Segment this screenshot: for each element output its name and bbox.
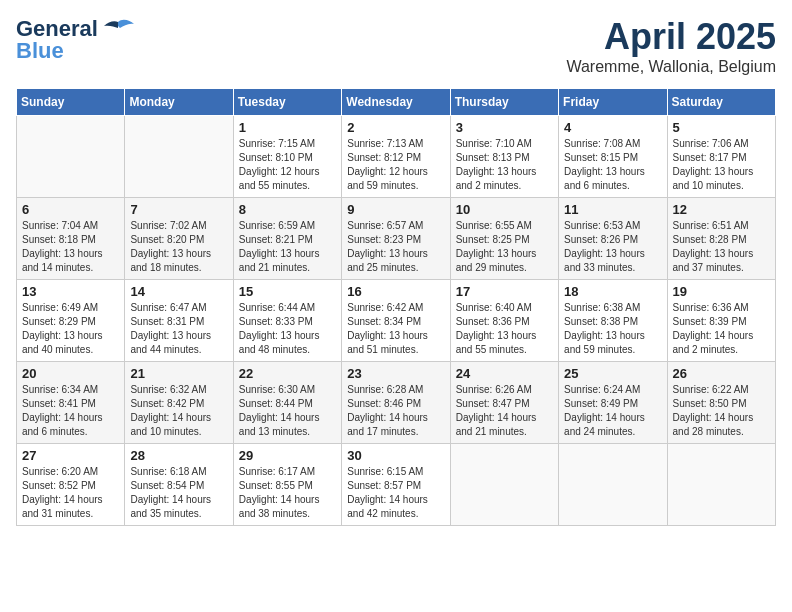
day-number: 3 xyxy=(456,120,553,135)
day-number: 25 xyxy=(564,366,661,381)
cell-1-0: 6Sunrise: 7:04 AMSunset: 8:18 PMDaylight… xyxy=(17,198,125,280)
cell-1-2: 8Sunrise: 6:59 AMSunset: 8:21 PMDaylight… xyxy=(233,198,341,280)
day-number: 5 xyxy=(673,120,770,135)
day-info: Sunrise: 6:53 AMSunset: 8:26 PMDaylight:… xyxy=(564,219,661,275)
day-info: Sunrise: 7:10 AMSunset: 8:13 PMDaylight:… xyxy=(456,137,553,193)
cell-4-6 xyxy=(667,444,775,526)
calendar-header-row: Sunday Monday Tuesday Wednesday Thursday… xyxy=(17,89,776,116)
cell-1-1: 7Sunrise: 7:02 AMSunset: 8:20 PMDaylight… xyxy=(125,198,233,280)
logo-blue: Blue xyxy=(16,38,64,64)
cell-2-5: 18Sunrise: 6:38 AMSunset: 8:38 PMDayligh… xyxy=(559,280,667,362)
week-row-2: 6Sunrise: 7:04 AMSunset: 8:18 PMDaylight… xyxy=(17,198,776,280)
cell-3-5: 25Sunrise: 6:24 AMSunset: 8:49 PMDayligh… xyxy=(559,362,667,444)
day-info: Sunrise: 6:44 AMSunset: 8:33 PMDaylight:… xyxy=(239,301,336,357)
cell-2-0: 13Sunrise: 6:49 AMSunset: 8:29 PMDayligh… xyxy=(17,280,125,362)
day-number: 14 xyxy=(130,284,227,299)
day-info: Sunrise: 7:06 AMSunset: 8:17 PMDaylight:… xyxy=(673,137,770,193)
day-number: 29 xyxy=(239,448,336,463)
subtitle: Waremme, Wallonia, Belgium xyxy=(566,58,776,76)
cell-4-5 xyxy=(559,444,667,526)
day-number: 26 xyxy=(673,366,770,381)
cell-3-6: 26Sunrise: 6:22 AMSunset: 8:50 PMDayligh… xyxy=(667,362,775,444)
col-thursday: Thursday xyxy=(450,89,558,116)
day-number: 21 xyxy=(130,366,227,381)
day-info: Sunrise: 6:22 AMSunset: 8:50 PMDaylight:… xyxy=(673,383,770,439)
col-saturday: Saturday xyxy=(667,89,775,116)
week-row-1: 1Sunrise: 7:15 AMSunset: 8:10 PMDaylight… xyxy=(17,116,776,198)
col-tuesday: Tuesday xyxy=(233,89,341,116)
day-info: Sunrise: 6:17 AMSunset: 8:55 PMDaylight:… xyxy=(239,465,336,521)
day-number: 11 xyxy=(564,202,661,217)
day-info: Sunrise: 6:59 AMSunset: 8:21 PMDaylight:… xyxy=(239,219,336,275)
cell-4-4 xyxy=(450,444,558,526)
cell-3-3: 23Sunrise: 6:28 AMSunset: 8:46 PMDayligh… xyxy=(342,362,450,444)
day-info: Sunrise: 6:20 AMSunset: 8:52 PMDaylight:… xyxy=(22,465,119,521)
day-info: Sunrise: 6:57 AMSunset: 8:23 PMDaylight:… xyxy=(347,219,444,275)
week-row-4: 20Sunrise: 6:34 AMSunset: 8:41 PMDayligh… xyxy=(17,362,776,444)
day-info: Sunrise: 6:18 AMSunset: 8:54 PMDaylight:… xyxy=(130,465,227,521)
day-number: 17 xyxy=(456,284,553,299)
day-number: 22 xyxy=(239,366,336,381)
cell-0-5: 4Sunrise: 7:08 AMSunset: 8:15 PMDaylight… xyxy=(559,116,667,198)
day-number: 15 xyxy=(239,284,336,299)
cell-1-4: 10Sunrise: 6:55 AMSunset: 8:25 PMDayligh… xyxy=(450,198,558,280)
day-number: 28 xyxy=(130,448,227,463)
day-info: Sunrise: 6:24 AMSunset: 8:49 PMDaylight:… xyxy=(564,383,661,439)
day-number: 16 xyxy=(347,284,444,299)
logo: General Blue xyxy=(16,16,136,64)
col-friday: Friday xyxy=(559,89,667,116)
day-info: Sunrise: 7:13 AMSunset: 8:12 PMDaylight:… xyxy=(347,137,444,193)
cell-0-4: 3Sunrise: 7:10 AMSunset: 8:13 PMDaylight… xyxy=(450,116,558,198)
day-number: 2 xyxy=(347,120,444,135)
cell-0-2: 1Sunrise: 7:15 AMSunset: 8:10 PMDaylight… xyxy=(233,116,341,198)
day-number: 13 xyxy=(22,284,119,299)
day-number: 18 xyxy=(564,284,661,299)
cell-3-1: 21Sunrise: 6:32 AMSunset: 8:42 PMDayligh… xyxy=(125,362,233,444)
day-number: 24 xyxy=(456,366,553,381)
day-info: Sunrise: 6:30 AMSunset: 8:44 PMDaylight:… xyxy=(239,383,336,439)
day-info: Sunrise: 6:51 AMSunset: 8:28 PMDaylight:… xyxy=(673,219,770,275)
cell-0-1 xyxy=(125,116,233,198)
title-section: April 2025 Waremme, Wallonia, Belgium xyxy=(566,16,776,76)
day-info: Sunrise: 7:02 AMSunset: 8:20 PMDaylight:… xyxy=(130,219,227,275)
cell-2-6: 19Sunrise: 6:36 AMSunset: 8:39 PMDayligh… xyxy=(667,280,775,362)
day-info: Sunrise: 7:15 AMSunset: 8:10 PMDaylight:… xyxy=(239,137,336,193)
day-number: 1 xyxy=(239,120,336,135)
week-row-5: 27Sunrise: 6:20 AMSunset: 8:52 PMDayligh… xyxy=(17,444,776,526)
cell-0-3: 2Sunrise: 7:13 AMSunset: 8:12 PMDaylight… xyxy=(342,116,450,198)
day-number: 12 xyxy=(673,202,770,217)
day-info: Sunrise: 6:26 AMSunset: 8:47 PMDaylight:… xyxy=(456,383,553,439)
day-info: Sunrise: 6:36 AMSunset: 8:39 PMDaylight:… xyxy=(673,301,770,357)
cell-4-2: 29Sunrise: 6:17 AMSunset: 8:55 PMDayligh… xyxy=(233,444,341,526)
day-info: Sunrise: 7:04 AMSunset: 8:18 PMDaylight:… xyxy=(22,219,119,275)
day-number: 8 xyxy=(239,202,336,217)
day-info: Sunrise: 6:47 AMSunset: 8:31 PMDaylight:… xyxy=(130,301,227,357)
cell-4-3: 30Sunrise: 6:15 AMSunset: 8:57 PMDayligh… xyxy=(342,444,450,526)
col-sunday: Sunday xyxy=(17,89,125,116)
col-wednesday: Wednesday xyxy=(342,89,450,116)
day-number: 27 xyxy=(22,448,119,463)
day-info: Sunrise: 6:15 AMSunset: 8:57 PMDaylight:… xyxy=(347,465,444,521)
cell-2-4: 17Sunrise: 6:40 AMSunset: 8:36 PMDayligh… xyxy=(450,280,558,362)
cell-4-1: 28Sunrise: 6:18 AMSunset: 8:54 PMDayligh… xyxy=(125,444,233,526)
day-number: 19 xyxy=(673,284,770,299)
week-row-3: 13Sunrise: 6:49 AMSunset: 8:29 PMDayligh… xyxy=(17,280,776,362)
cell-2-1: 14Sunrise: 6:47 AMSunset: 8:31 PMDayligh… xyxy=(125,280,233,362)
cell-3-2: 22Sunrise: 6:30 AMSunset: 8:44 PMDayligh… xyxy=(233,362,341,444)
cell-2-3: 16Sunrise: 6:42 AMSunset: 8:34 PMDayligh… xyxy=(342,280,450,362)
cell-1-6: 12Sunrise: 6:51 AMSunset: 8:28 PMDayligh… xyxy=(667,198,775,280)
day-number: 6 xyxy=(22,202,119,217)
day-info: Sunrise: 6:28 AMSunset: 8:46 PMDaylight:… xyxy=(347,383,444,439)
cell-4-0: 27Sunrise: 6:20 AMSunset: 8:52 PMDayligh… xyxy=(17,444,125,526)
day-info: Sunrise: 6:32 AMSunset: 8:42 PMDaylight:… xyxy=(130,383,227,439)
main-title: April 2025 xyxy=(566,16,776,58)
cell-2-2: 15Sunrise: 6:44 AMSunset: 8:33 PMDayligh… xyxy=(233,280,341,362)
page-header: General Blue April 2025 Waremme, Walloni… xyxy=(16,16,776,76)
logo-bird-icon xyxy=(100,18,136,40)
day-number: 9 xyxy=(347,202,444,217)
cell-1-5: 11Sunrise: 6:53 AMSunset: 8:26 PMDayligh… xyxy=(559,198,667,280)
day-number: 7 xyxy=(130,202,227,217)
day-info: Sunrise: 6:42 AMSunset: 8:34 PMDaylight:… xyxy=(347,301,444,357)
day-info: Sunrise: 6:55 AMSunset: 8:25 PMDaylight:… xyxy=(456,219,553,275)
day-info: Sunrise: 6:38 AMSunset: 8:38 PMDaylight:… xyxy=(564,301,661,357)
